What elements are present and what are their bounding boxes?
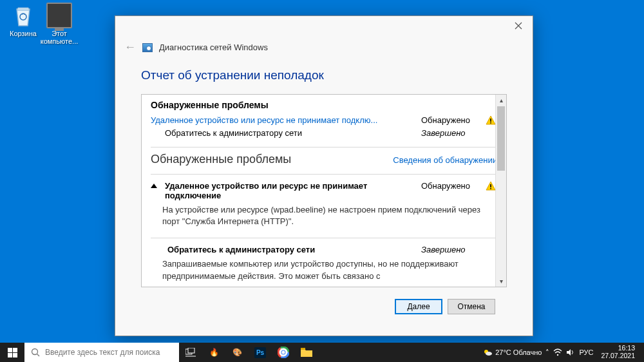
search-input[interactable] <box>45 348 173 357</box>
detected-problems-heading: Обнаруженные проблемы <box>151 100 497 110</box>
svg-rect-5 <box>8 348 12 352</box>
svg-rect-1 <box>490 119 491 122</box>
taskbar-app-photoshop[interactable]: Ps <box>249 343 272 362</box>
search-box[interactable] <box>24 343 179 362</box>
divider <box>151 238 497 238</box>
tray-volume-icon[interactable] <box>566 348 575 356</box>
cancel-button[interactable]: Отмена <box>448 299 495 314</box>
problem-detail-title: Удаленное устройство или ресурс не прини… <box>165 181 416 200</box>
problem-description: На устройстве или ресурсе (wpad.beeline)… <box>151 202 497 230</box>
svg-line-10 <box>37 354 40 357</box>
tray-chevron-up-icon[interactable]: ˄ <box>545 348 549 357</box>
taskbar-app-flame[interactable]: 🔥 <box>202 343 225 362</box>
taskbar: 🔥 🎨 Ps 27°C Облачно ˄ РУС 16:13 27.07.20… <box>0 343 644 362</box>
report-body: Обнаруженные проблемы Удаленное устройст… <box>142 95 506 287</box>
weather-widget[interactable]: 27°C Облачно <box>482 347 542 357</box>
flame-icon: 🔥 <box>209 348 219 357</box>
scrollbar[interactable]: ▴ ▾ <box>495 95 506 287</box>
step-detail-status: Завершено <box>421 245 479 254</box>
close-button[interactable] <box>504 16 533 35</box>
svg-rect-2 <box>490 122 491 124</box>
problem-summary-row: Удаленное устройство или ресурс не прини… <box>151 114 497 127</box>
taskbar-app-paint[interactable]: 🎨 <box>225 343 249 362</box>
step-summary-row: Обратитесь к администратору сети Заверше… <box>151 127 497 139</box>
svg-rect-4 <box>490 188 491 189</box>
weather-icon <box>482 347 493 357</box>
svg-point-9 <box>32 349 38 355</box>
step-description: Запрашиваемые компьютер или устройство д… <box>151 256 497 284</box>
problem-detail-status: Обнаружено <box>421 181 479 191</box>
titlebar <box>115 16 533 35</box>
palette-icon: 🎨 <box>232 348 242 357</box>
task-view-icon <box>185 348 196 357</box>
scroll-thumb[interactable] <box>497 106 505 171</box>
speaker-icon <box>566 348 575 356</box>
divider <box>151 147 497 148</box>
desktop-icon-this-pc[interactable]: Этот компьюте... <box>40 3 79 45</box>
detection-details-link[interactable]: Сведения об обнаружении <box>393 155 497 165</box>
scroll-down-button[interactable]: ▾ <box>496 276 506 287</box>
clock-date: 27.07.2021 <box>601 352 635 360</box>
button-row: Далее Отмена <box>141 287 507 314</box>
svg-rect-6 <box>13 348 17 352</box>
scroll-up-button[interactable]: ▴ <box>496 95 506 106</box>
weather-text: 27°C Облачно <box>495 348 542 356</box>
divider <box>151 174 497 175</box>
next-button[interactable]: Далее <box>395 299 442 314</box>
windows-logo-icon <box>8 348 17 357</box>
close-icon <box>515 22 522 30</box>
problem-status: Обнаружено <box>421 115 479 125</box>
chrome-icon <box>278 347 289 358</box>
step-label: Обратитесь к администратору сети <box>165 128 416 138</box>
taskbar-app-explorer[interactable] <box>295 343 318 362</box>
back-arrow-icon[interactable]: ← <box>124 41 136 54</box>
photoshop-icon: Ps <box>254 347 266 358</box>
svg-point-23 <box>557 354 558 356</box>
tray-network-icon[interactable] <box>553 348 562 356</box>
tray-language[interactable]: РУС <box>579 348 593 356</box>
network-diagnostics-icon <box>142 43 153 52</box>
content-area: Отчет об устранении неполадок Обнаруженн… <box>115 62 533 314</box>
svg-rect-20 <box>301 348 305 350</box>
step-detail-title: Обратитесь к администратору сети <box>167 245 416 254</box>
problem-link[interactable]: Удаленное устройство или ресурс не прини… <box>151 115 416 125</box>
svg-point-22 <box>486 352 492 356</box>
desktop-icon-recycle-bin[interactable]: Корзина <box>4 3 43 37</box>
report-scroll-frame: Обнаруженные проблемы Удаленное устройст… <box>141 94 507 287</box>
system-tray: 27°C Облачно ˄ РУС 16:13 27.07.2021 <box>477 343 644 362</box>
taskbar-app-chrome[interactable] <box>272 343 295 362</box>
recycle-bin-icon <box>10 3 36 28</box>
problem-detail-row: Удаленное устройство или ресурс не прини… <box>151 180 497 202</box>
tray-clock[interactable]: 16:13 27.07.2021 <box>597 345 639 359</box>
svg-rect-3 <box>490 184 491 187</box>
svg-rect-8 <box>13 353 17 357</box>
svg-point-19 <box>282 351 285 354</box>
collapse-arrow-icon[interactable] <box>151 184 157 188</box>
folder-icon <box>301 348 312 357</box>
search-icon <box>31 348 40 357</box>
detected-problems-subheading: Обнаруженные проблемы <box>151 153 291 166</box>
computer-icon <box>46 3 72 28</box>
task-view-button[interactable] <box>179 343 202 362</box>
start-button[interactable] <box>0 343 24 362</box>
troubleshooter-window: ← Диагностика сетей Windows Отчет об уст… <box>115 15 533 336</box>
desktop-icon-label: Этот компьюте... <box>40 30 79 45</box>
svg-rect-7 <box>8 353 12 357</box>
wifi-icon <box>553 348 562 356</box>
sub-header-row: Обнаруженные проблемы Сведения об обнару… <box>151 153 497 166</box>
header-row: ← Диагностика сетей Windows <box>115 35 533 62</box>
step-detail-row: Обратитесь к администратору сети Заверше… <box>151 243 497 256</box>
step-status: Завершено <box>421 128 479 138</box>
desktop-icon-label: Корзина <box>4 30 43 37</box>
svg-rect-12 <box>188 348 194 353</box>
window-header-title: Диагностика сетей Windows <box>159 43 268 52</box>
report-title: Отчет об устранении неполадок <box>141 68 507 82</box>
